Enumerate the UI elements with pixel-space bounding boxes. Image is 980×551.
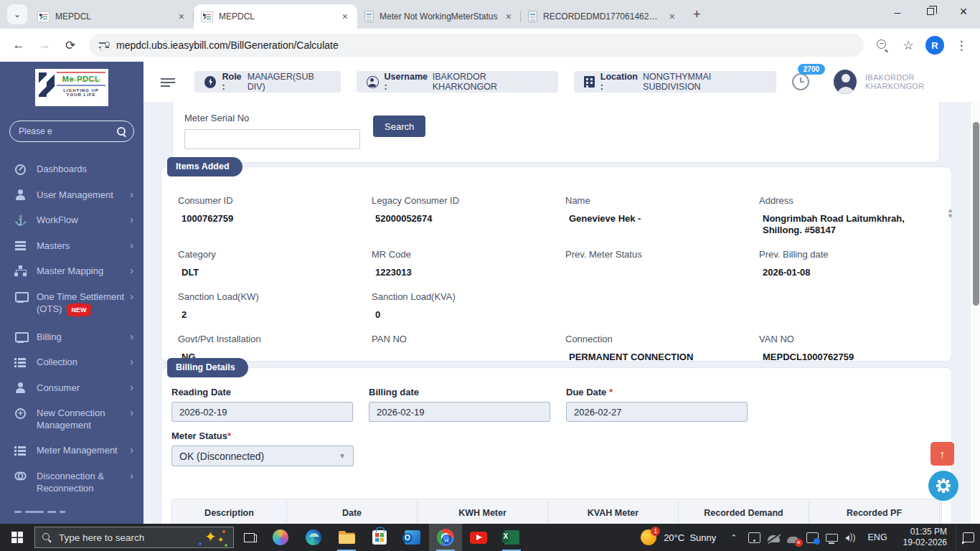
windows-logo-icon bbox=[11, 532, 23, 543]
due-date-input[interactable] bbox=[566, 402, 748, 422]
taskbar-search-box[interactable]: Type here to search ✦ ✦ bbox=[34, 527, 234, 548]
chevron-right-icon: › bbox=[130, 189, 133, 201]
excel-icon bbox=[504, 530, 519, 545]
plus-circle-icon bbox=[14, 408, 27, 420]
sidebar-item-meter-management[interactable]: Meter Management › bbox=[0, 438, 143, 463]
restore-button[interactable] bbox=[914, 0, 947, 23]
url-text[interactable]: mepdcl.ubs.ieasybill.com/BillGeneration/… bbox=[116, 39, 339, 51]
sidebar-item-user-management[interactable]: User Management › bbox=[0, 182, 143, 208]
browser-tabstrip: ⌄ MEPDCL × MEPDCL × Meter Not WorkingMet… bbox=[0, 0, 980, 29]
site-settings-icon[interactable] bbox=[99, 40, 109, 50]
volume-tray-icon[interactable]: ) bbox=[845, 532, 857, 543]
cloud-offline-tray-icon[interactable] bbox=[768, 535, 780, 542]
tab-close-icon[interactable]: × bbox=[667, 11, 677, 22]
sync-tray-icon[interactable] bbox=[806, 532, 819, 543]
cast-tray-icon[interactable] bbox=[748, 532, 760, 543]
sidebar-item-ots[interactable]: One Time Settlement (OTS)NEW › bbox=[0, 284, 143, 324]
tab-title: MEPDCL bbox=[55, 11, 171, 22]
meter-serial-input[interactable] bbox=[184, 129, 360, 149]
taskbar-youtube[interactable] bbox=[462, 524, 495, 551]
weather-condition: Sunny bbox=[689, 532, 716, 543]
monitor-icon bbox=[14, 331, 27, 343]
billing-date-input[interactable] bbox=[369, 402, 550, 422]
zoom-out-icon[interactable] bbox=[872, 34, 893, 56]
taskbar-excel[interactable] bbox=[495, 524, 528, 551]
location-badge: Location :NONGTHYMMAI SUBDIVISION bbox=[574, 71, 776, 93]
chevron-right-icon: › bbox=[130, 265, 133, 277]
sidebar-search-input[interactable] bbox=[19, 126, 117, 136]
due-date-label: Due Date * bbox=[566, 387, 763, 397]
taskbar-file-explorer[interactable] bbox=[330, 524, 363, 551]
tab-close-icon[interactable]: × bbox=[176, 11, 187, 22]
tab-meter-not-working[interactable]: Meter Not WorkingMeterStatus × bbox=[357, 4, 521, 29]
taskbar-weather[interactable]: 1 20°C Sunny bbox=[633, 529, 723, 545]
forward-button[interactable]: → bbox=[34, 34, 55, 56]
tab-mepdcl-1[interactable]: MEPDCL × bbox=[30, 4, 194, 29]
tab-title: MEPDCL bbox=[219, 11, 334, 22]
taskbar-store[interactable] bbox=[363, 524, 396, 551]
close-window-button[interactable]: × bbox=[947, 0, 980, 23]
sidebar-item-billing[interactable]: Billing › bbox=[0, 324, 143, 350]
sidebar-item-master-mapping[interactable]: Master Mapping › bbox=[0, 258, 143, 284]
sidebar-search[interactable] bbox=[9, 121, 134, 142]
sidebar-item-consumer[interactable]: Consumer › bbox=[0, 375, 143, 401]
taskbar-edge[interactable] bbox=[297, 524, 330, 551]
navbar-right-icons: ☆ R ⋮ bbox=[870, 34, 974, 56]
browser-profile-avatar[interactable]: R bbox=[925, 36, 944, 55]
weather-temp: 20°C bbox=[664, 532, 684, 543]
category-value: DLT bbox=[178, 267, 359, 278]
page-scrollbar[interactable]: ▲ bbox=[970, 62, 980, 524]
back-button[interactable]: ← bbox=[8, 34, 29, 56]
billing-date-label: Billing date bbox=[369, 387, 566, 397]
address-scroll-arrows[interactable]: ▲▼ bbox=[947, 207, 953, 219]
bookmark-star-icon[interactable]: ☆ bbox=[897, 34, 919, 56]
tab-close-icon[interactable]: × bbox=[340, 11, 350, 22]
settings-fab-button[interactable] bbox=[928, 471, 958, 501]
meter-status-select[interactable]: OK (Disconnected) ▼ bbox=[171, 446, 354, 466]
language-indicator[interactable]: ENG bbox=[861, 532, 895, 542]
minimize-button[interactable]: – bbox=[881, 0, 914, 23]
anchor-icon: ⚓ bbox=[14, 215, 27, 227]
taskbar-copilot[interactable] bbox=[264, 524, 297, 551]
van-no-value: MEPDCL1000762759 bbox=[759, 352, 942, 363]
windows-taskbar: Type here to search ✦ ✦ R 1 20°C Sunny ⌃ bbox=[0, 524, 980, 551]
scroll-to-top-button[interactable]: ↑ bbox=[930, 442, 954, 466]
sitemap-icon bbox=[14, 265, 27, 278]
main-area: Role :MANAGER(SUB DIV) Username :IBAKORD… bbox=[143, 62, 980, 524]
tab-close-icon[interactable]: × bbox=[504, 11, 514, 22]
sidebar-nav: Dashboards User Management › ⚓ WorkFlow … bbox=[0, 155, 143, 501]
user-avatar[interactable] bbox=[834, 70, 857, 94]
reading-date-input[interactable] bbox=[171, 402, 353, 422]
taskbar-clock[interactable]: 01:35 PM 19-02-2026 bbox=[895, 527, 956, 548]
hamburger-menu-icon[interactable] bbox=[161, 77, 174, 87]
task-view-button[interactable] bbox=[234, 524, 264, 551]
network-tray-icon[interactable] bbox=[826, 534, 838, 542]
sidebar: Me-PDCL LIGHTING UP YOUR LIFE Dashboards… bbox=[0, 62, 143, 524]
ordered-list-icon bbox=[14, 357, 27, 369]
sidebar-item-dashboards[interactable]: Dashboards bbox=[0, 156, 143, 182]
tab-search-button[interactable]: ⌄ bbox=[7, 4, 27, 24]
sidebar-item-collection[interactable]: Collection › bbox=[0, 349, 143, 375]
sidebar-item-new-connection[interactable]: New Connection Management › bbox=[0, 400, 143, 438]
sidebar-item-workflow[interactable]: ⚓ WorkFlow › bbox=[0, 207, 143, 233]
new-tab-button[interactable]: + bbox=[684, 7, 710, 22]
browser-menu-icon[interactable]: ⋮ bbox=[951, 34, 972, 56]
taskbar-chrome-active[interactable]: R bbox=[429, 524, 462, 551]
search-button[interactable]: Search bbox=[373, 116, 425, 137]
sidebar-item-disconnection[interactable]: Disconnection & Reconnection › bbox=[0, 463, 143, 501]
tray-overflow-chevron[interactable]: ⌃ bbox=[723, 533, 744, 542]
action-center-button[interactable] bbox=[956, 524, 980, 551]
start-button[interactable] bbox=[0, 524, 34, 551]
tab-mepdcl-2-active[interactable]: MEPDCL × bbox=[194, 4, 357, 29]
meet-now-tray-icon[interactable] bbox=[787, 537, 799, 543]
sanction-kva-value: 0 bbox=[372, 309, 552, 321]
scrollbar-thumb[interactable] bbox=[973, 122, 979, 306]
address-bar[interactable]: mepdcl.ubs.ieasybill.com/BillGeneration/… bbox=[89, 34, 864, 57]
taskbar-outlook[interactable] bbox=[396, 524, 429, 551]
tab-recordedmd[interactable]: RECORDEDMD1770614622285.j × bbox=[521, 4, 684, 29]
items-added-badge: Items Added bbox=[167, 157, 242, 176]
reload-button[interactable]: ⟳ bbox=[60, 34, 81, 56]
sidebar-item-masters[interactable]: Masters › bbox=[0, 233, 143, 259]
sidebar-item-partial[interactable] bbox=[14, 511, 129, 514]
session-timer[interactable]: 2700 bbox=[792, 73, 809, 90]
